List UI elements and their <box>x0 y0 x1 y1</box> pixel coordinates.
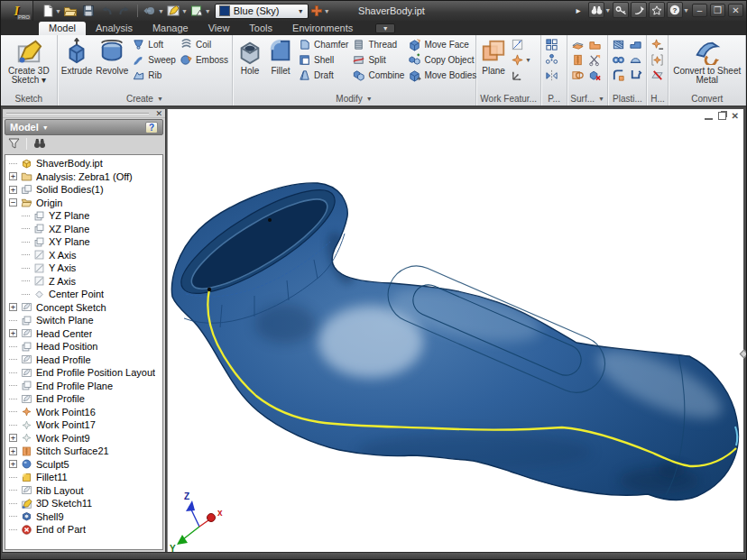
sweep-button[interactable]: Sweep <box>130 52 178 68</box>
ribbon-minimize-button[interactable]: ▼ <box>375 23 395 33</box>
tree-item-sculpt5[interactable]: +Sculpt5 <box>5 458 162 472</box>
mirror-button[interactable] <box>543 68 560 83</box>
rule-fillet-button[interactable] <box>610 68 627 83</box>
split-button[interactable]: Split <box>350 52 406 68</box>
point-bracket-button[interactable] <box>649 52 666 68</box>
work-axis-button[interactable] <box>509 37 533 52</box>
tree-item-concept-sketch[interactable]: +Concept Sketch <box>5 301 162 315</box>
filter-funnel-icon[interactable] <box>8 136 20 152</box>
application-menu-button[interactable]: I PRO <box>1 1 33 21</box>
expand-arrow-icon[interactable]: ▸ <box>570 2 586 18</box>
snap-fit-button[interactable] <box>627 68 644 83</box>
tree-item-x-axis[interactable]: X Axis <box>5 249 162 262</box>
tab-model[interactable]: Model <box>39 22 86 35</box>
doc-close-icon[interactable]: ✕ <box>732 112 739 120</box>
panel-label-create[interactable]: Create▼ <box>58 92 232 106</box>
tree-item-work-point17[interactable]: Work Point17 <box>5 418 162 432</box>
expand-plus-icon[interactable]: + <box>9 434 17 442</box>
sketch-button[interactable] <box>165 3 182 19</box>
browser-close-icon[interactable]: ✕ <box>155 109 162 118</box>
tree-item-fillet11[interactable]: Fillet11 <box>5 471 162 484</box>
emboss-button[interactable]: Emboss <box>178 52 230 68</box>
panel-menu-arrow-icon[interactable]: ▼ <box>366 96 373 102</box>
create-3d-sketch-button[interactable]: Create 3D Sketch ▾ <box>3 37 55 86</box>
maximize-button[interactable]: ❐ <box>710 4 725 17</box>
tree-item-yz-plane[interactable]: YZ Plane <box>5 209 162 223</box>
expand-plus-icon[interactable]: + <box>9 460 17 468</box>
rib-button[interactable]: Rib <box>130 68 178 83</box>
grill-button[interactable] <box>610 37 627 52</box>
save-button[interactable] <box>80 3 97 19</box>
tree-item-work-point9[interactable]: +Work Point9 <box>5 432 162 445</box>
circ-pattern-button[interactable] <box>543 52 560 68</box>
point-minus-button[interactable] <box>649 37 666 52</box>
tree-item-solid-bodies-1-[interactable]: +Solid Bodies(1) <box>5 183 162 197</box>
tree-item-3d-sketch11[interactable]: 3D Sketch11 <box>5 497 162 510</box>
tree-item-origin[interactable]: −Origin <box>5 197 162 210</box>
chevron-down-icon[interactable]: ▼ <box>604 7 611 14</box>
delete-face-button[interactable] <box>586 68 604 83</box>
expand-plus-icon[interactable]: + <box>9 447 17 455</box>
patch-button[interactable] <box>569 68 586 83</box>
panel-label-modify[interactable]: Modify▼ <box>233 92 475 106</box>
open-file-button[interactable] <box>62 3 79 19</box>
chamfer-button[interactable]: Chamfer <box>296 37 350 52</box>
hole-button[interactable]: Hole <box>235 37 265 77</box>
close-button[interactable]: ✕ <box>728 4 743 17</box>
tab-manage[interactable]: Manage <box>143 22 198 35</box>
chevron-down-icon[interactable]: ▼ <box>181 8 188 14</box>
stitch-surf-button[interactable] <box>569 52 586 68</box>
expand-plus-icon[interactable]: + <box>9 329 17 337</box>
tree-item-rib-layout[interactable]: Rib Layout <box>5 484 162 498</box>
chevron-down-icon[interactable]: ▼ <box>683 7 689 14</box>
tree-item-shell9[interactable]: Shell9 <box>5 510 162 524</box>
tree-item-shaverbody-ipt[interactable]: ShaverBody.ipt <box>5 157 162 170</box>
expand-plus-icon[interactable]: + <box>9 186 17 194</box>
expand-plus-icon[interactable]: + <box>9 303 17 311</box>
chevron-down-icon[interactable]: ▼ <box>55 8 61 14</box>
tree-item-center-point[interactable]: Center Point <box>5 288 162 301</box>
extrude-button[interactable]: Extrude <box>60 37 94 77</box>
loft-button[interactable]: Loft <box>130 37 178 52</box>
tree-item-head-profile[interactable]: Head Profile <box>5 353 162 367</box>
draft-button[interactable]: Draft <box>296 68 350 83</box>
search-binoculars-button[interactable] <box>588 2 604 18</box>
extend-surf-button[interactable] <box>586 37 604 52</box>
tree-item-end-profile[interactable]: End Profile <box>5 392 162 406</box>
tab-environments[interactable]: Environments <box>282 22 363 35</box>
rest-button[interactable] <box>627 37 644 52</box>
coil-button[interactable]: Coil <box>178 37 230 52</box>
browser-grip[interactable]: ✕ <box>3 109 165 118</box>
doc-minimize-icon[interactable] <box>705 112 713 120</box>
panel-menu-arrow-icon[interactable]: ▼ <box>598 96 604 102</box>
tree-item-work-point16[interactable]: Work Point16 <box>5 406 162 419</box>
tree-item-stitch-surface21[interactable]: +Stitch Surface21 <box>5 445 162 458</box>
undo-button[interactable] <box>98 3 115 19</box>
lip-button[interactable] <box>627 52 644 68</box>
trim-button[interactable] <box>586 52 604 68</box>
chevron-down-icon[interactable]: ▼ <box>525 57 531 63</box>
panel-menu-arrow-icon[interactable]: ▼ <box>157 96 163 102</box>
help-button[interactable]: ? <box>667 2 683 18</box>
key-button[interactable] <box>613 2 629 18</box>
work-point-button[interactable]: ▼ <box>509 52 533 68</box>
tree-item-z-axis[interactable]: Z Axis <box>5 275 162 289</box>
shell-button[interactable]: Shell <box>296 52 350 68</box>
tree-item-analysis-zebra1-off-[interactable]: +Analysis: Zebra1 (Off) <box>5 170 162 184</box>
sketch-point[interactable] <box>208 288 211 291</box>
find-binoculars-icon[interactable] <box>33 136 46 152</box>
move-face-button[interactable]: Move Face <box>406 37 478 52</box>
doc-restore-icon[interactable] <box>718 112 726 120</box>
return-button[interactable] <box>142 3 159 19</box>
ucs-button[interactable] <box>509 68 533 83</box>
thread-button[interactable]: Thread <box>350 37 406 52</box>
tab-tools[interactable]: Tools <box>239 22 282 35</box>
panel-label-surf[interactable]: Surf...▼ <box>567 92 608 106</box>
tree-item-head-position[interactable]: Head Position <box>5 340 162 353</box>
chevron-down-icon[interactable]: ▼ <box>158 8 164 14</box>
rect-pattern-button[interactable] <box>543 37 560 52</box>
collapse-minus-icon[interactable]: − <box>9 198 17 207</box>
update-button[interactable] <box>189 3 206 19</box>
copy-object-button[interactable]: Copy Object <box>406 52 478 68</box>
tree-item-end-of-part[interactable]: End of Part <box>5 523 162 537</box>
